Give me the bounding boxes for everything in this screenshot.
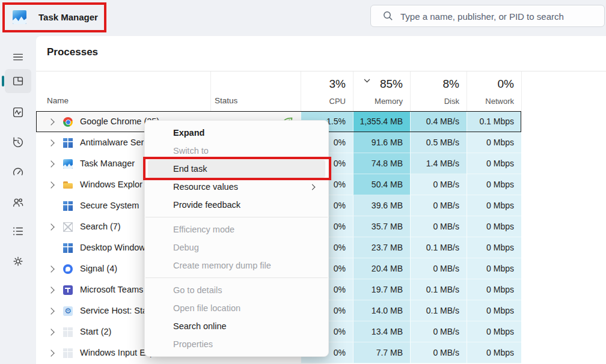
process-name: Service Host: Sta — [80, 300, 147, 321]
context-menu-item: Switch to — [148, 142, 325, 160]
column-header-name[interactable]: Name — [36, 71, 210, 111]
disk-cell: 0.1 MB/s — [410, 237, 467, 258]
sidebar-item-users[interactable] — [5, 190, 31, 214]
memory-cell: 14.0 MB — [353, 300, 410, 321]
process-name: Start (2) — [80, 321, 111, 342]
app-title: Task Manager — [38, 0, 98, 35]
context-menu-item: Create memory dump file — [148, 256, 325, 275]
expand-chevron-icon[interactable] — [47, 223, 54, 230]
expand-chevron-icon[interactable] — [47, 308, 54, 314]
memory-cell: 13.4 MB — [353, 321, 410, 342]
hamburger-menu-icon — [11, 50, 25, 64]
disk-cell: 0 MB/s — [410, 321, 467, 342]
context-menu-item-label: Debug — [173, 243, 199, 252]
expand-chevron-icon[interactable] — [47, 160, 54, 167]
expand-chevron-icon[interactable] — [47, 181, 54, 188]
context-menu-item-label: Efficiency mode — [173, 225, 234, 234]
context-menu-item[interactable]: Expand — [148, 124, 325, 142]
memory-cell: 74.8 MB — [353, 153, 410, 174]
context-menu-item-label: Provide feedback — [173, 200, 240, 210]
context-menu-item: Properties — [148, 335, 325, 353]
context-menu-item-label: Properties — [173, 339, 213, 349]
network-cell: 0 Mbps — [467, 132, 521, 153]
context-menu-item: Debug — [148, 238, 325, 256]
sidebar — [0, 36, 36, 364]
process-icon — [63, 243, 73, 253]
process-name: Microsoft Teams — [80, 279, 143, 300]
sidebar-item-processes[interactable] — [5, 69, 31, 93]
memory-cell: 19.7 MB — [353, 279, 410, 300]
process-icon — [63, 306, 73, 316]
search-box[interactable] — [370, 5, 605, 27]
memory-cell: 35.7 MB — [353, 216, 410, 237]
column-header-memory[interactable]: 85% Memory — [353, 71, 410, 111]
context-menu: Expand Switch to End task Resource value… — [144, 120, 329, 357]
context-menu-item[interactable]: Search online — [148, 317, 325, 335]
column-header-disk[interactable]: 8% Disk — [410, 71, 467, 111]
context-menu-item[interactable]: Resource values — [148, 178, 325, 196]
network-cell: 0 Mbps — [467, 195, 521, 216]
expand-chevron-icon[interactable] — [47, 350, 54, 356]
disk-cell: 0 MB/s — [410, 258, 467, 279]
sidebar-item-performance[interactable] — [5, 100, 31, 124]
disk-cell: 0.1 MB/s — [410, 279, 467, 300]
process-name: Signal (4) — [80, 258, 117, 279]
network-cell: 0 Mbps — [467, 216, 521, 237]
page-title: Processes — [47, 46, 98, 58]
process-icon — [63, 138, 73, 148]
search-icon — [383, 11, 393, 21]
process-icon — [63, 159, 73, 169]
context-menu-item-label: End task — [173, 164, 207, 174]
expand-chevron-icon[interactable] — [47, 139, 54, 146]
expand-chevron-icon[interactable] — [47, 329, 54, 335]
column-header-spacer — [521, 71, 606, 111]
process-icon — [63, 327, 73, 337]
disk-cell: 0 MB/s — [410, 216, 467, 237]
column-header-network[interactable]: 0% Network — [467, 71, 521, 111]
process-icon — [63, 117, 73, 127]
process-icon — [63, 348, 73, 358]
menu-divider — [145, 217, 328, 217]
context-menu-item: Open file location — [148, 299, 325, 317]
disk-cell: 0.1 MB/s — [410, 300, 467, 321]
memory-cell: 7.7 MB — [353, 342, 410, 363]
disk-cell: 0.5 MB/s — [410, 132, 467, 153]
disk-cell: 0 MB/s — [410, 195, 467, 216]
sidebar-item-startup-apps[interactable] — [5, 160, 31, 184]
menu-divider — [145, 278, 328, 278]
context-menu-item-label: Resource values — [173, 182, 238, 192]
expand-chevron-icon[interactable] — [47, 265, 54, 272]
context-menu-item-label: Switch to — [173, 146, 209, 156]
network-cell: 0 Mbps — [467, 279, 521, 300]
disk-cell: 0 MB/s — [410, 342, 467, 363]
startup-apps-icon — [11, 166, 25, 179]
memory-cell: 50.4 MB — [353, 174, 410, 195]
network-cell: 0.1 Mbps — [467, 111, 521, 132]
sidebar-item-app-history[interactable] — [5, 130, 31, 154]
sidebar-item-services[interactable] — [5, 249, 31, 273]
process-icon — [63, 180, 73, 190]
table-header: Name Status 3% CPU 85% Memory 8% Disk 0%… — [36, 71, 606, 111]
services-gear-icon — [11, 255, 25, 268]
search-input[interactable] — [399, 6, 601, 27]
network-cell: 0 Mbps — [467, 237, 521, 258]
expand-chevron-icon[interactable] — [47, 287, 54, 293]
context-menu-item-label: Go to details — [173, 285, 222, 295]
network-cell: 0 Mbps — [467, 300, 521, 321]
expand-chevron-icon[interactable] — [47, 118, 54, 125]
users-icon — [11, 196, 25, 209]
details-icon — [11, 225, 25, 238]
context-menu-item[interactable]: End task — [148, 160, 325, 178]
column-header-cpu[interactable]: 3% CPU — [301, 71, 353, 111]
memory-cell: 1,355.4 MB — [353, 111, 410, 132]
context-menu-item[interactable]: Provide feedback — [148, 196, 325, 214]
disk-cell: 0.4 MB/s — [410, 111, 467, 132]
network-cell: 0 Mbps — [467, 342, 521, 363]
sidebar-item-menu[interactable] — [5, 45, 31, 69]
submenu-chevron-icon — [310, 184, 316, 190]
process-icon — [63, 264, 73, 274]
process-name: Secure System — [80, 195, 139, 216]
process-icon — [63, 222, 73, 232]
column-header-status[interactable]: Status — [210, 71, 301, 111]
sidebar-item-details[interactable] — [5, 219, 31, 243]
